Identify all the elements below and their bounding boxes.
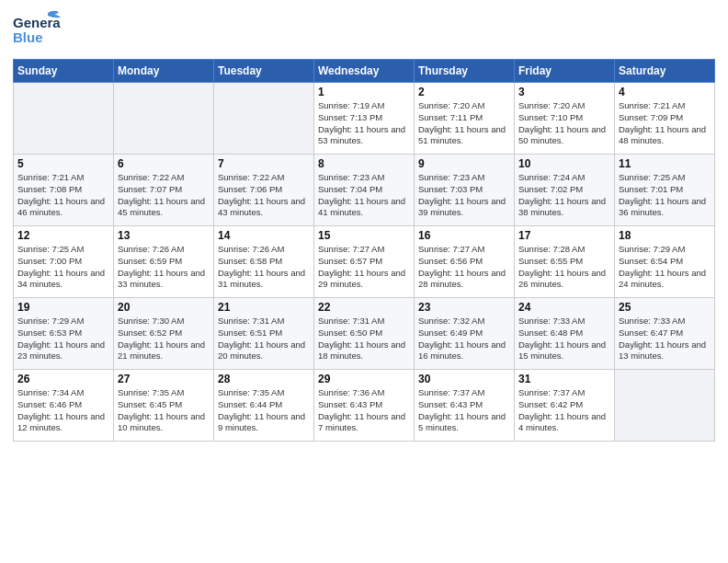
day-info: Sunrise: 7:27 AM Sunset: 6:57 PM Dayligh… xyxy=(318,244,410,291)
calendar-cell: 24Sunrise: 7:33 AM Sunset: 6:48 PM Dayli… xyxy=(515,298,615,370)
weekday-header-row: SundayMondayTuesdayWednesdayThursdayFrid… xyxy=(14,60,715,83)
calendar-cell: 26Sunrise: 7:34 AM Sunset: 6:46 PM Dayli… xyxy=(14,370,114,442)
day-number: 10 xyxy=(518,157,610,170)
day-info: Sunrise: 7:36 AM Sunset: 6:43 PM Dayligh… xyxy=(318,387,410,434)
weekday-thursday: Thursday xyxy=(415,60,515,83)
calendar-cell xyxy=(214,83,314,155)
day-info: Sunrise: 7:28 AM Sunset: 6:55 PM Dayligh… xyxy=(518,244,610,291)
calendar-cell: 8Sunrise: 7:23 AM Sunset: 7:04 PM Daylig… xyxy=(314,155,415,226)
calendar-cell: 31Sunrise: 7:37 AM Sunset: 6:42 PM Dayli… xyxy=(515,370,615,442)
calendar-cell: 28Sunrise: 7:35 AM Sunset: 6:44 PM Dayli… xyxy=(214,370,314,442)
weekday-saturday: Saturday xyxy=(615,60,715,83)
calendar-cell: 4Sunrise: 7:21 AM Sunset: 7:09 PM Daylig… xyxy=(615,83,715,155)
day-info: Sunrise: 7:26 AM Sunset: 6:58 PM Dayligh… xyxy=(218,244,310,291)
day-number: 13 xyxy=(118,229,210,242)
day-info: Sunrise: 7:23 AM Sunset: 7:04 PM Dayligh… xyxy=(318,172,410,219)
day-info: Sunrise: 7:20 AM Sunset: 7:11 PM Dayligh… xyxy=(418,100,510,147)
day-number: 6 xyxy=(118,157,210,170)
calendar-cell: 10Sunrise: 7:24 AM Sunset: 7:02 PM Dayli… xyxy=(515,155,615,226)
calendar-cell: 22Sunrise: 7:31 AM Sunset: 6:50 PM Dayli… xyxy=(314,298,415,370)
day-number: 30 xyxy=(418,373,510,385)
day-number: 31 xyxy=(518,373,610,385)
calendar-cell xyxy=(615,370,715,442)
calendar-cell: 13Sunrise: 7:26 AM Sunset: 6:59 PM Dayli… xyxy=(114,226,214,298)
weekday-sunday: Sunday xyxy=(14,60,114,83)
week-row-2: 5Sunrise: 7:21 AM Sunset: 7:08 PM Daylig… xyxy=(14,155,715,226)
day-info: Sunrise: 7:37 AM Sunset: 6:43 PM Dayligh… xyxy=(418,387,510,434)
day-number: 15 xyxy=(318,229,410,242)
day-number: 17 xyxy=(518,229,610,242)
day-info: Sunrise: 7:31 AM Sunset: 6:51 PM Dayligh… xyxy=(218,316,310,362)
day-number: 5 xyxy=(17,157,109,170)
day-info: Sunrise: 7:23 AM Sunset: 7:03 PM Dayligh… xyxy=(418,172,510,219)
logo-svg: General Blue xyxy=(13,9,61,50)
day-number: 21 xyxy=(218,301,310,314)
day-number: 14 xyxy=(218,229,310,242)
day-number: 23 xyxy=(418,301,510,314)
day-info: Sunrise: 7:25 AM Sunset: 7:00 PM Dayligh… xyxy=(17,244,109,291)
day-number: 27 xyxy=(118,373,210,385)
day-info: Sunrise: 7:33 AM Sunset: 6:48 PM Dayligh… xyxy=(518,316,610,362)
day-info: Sunrise: 7:26 AM Sunset: 6:59 PM Dayligh… xyxy=(118,244,210,291)
calendar-cell: 15Sunrise: 7:27 AM Sunset: 6:57 PM Dayli… xyxy=(314,226,415,298)
day-info: Sunrise: 7:30 AM Sunset: 6:52 PM Dayligh… xyxy=(118,316,210,362)
day-number: 28 xyxy=(218,373,310,385)
day-info: Sunrise: 7:35 AM Sunset: 6:44 PM Dayligh… xyxy=(218,387,310,434)
day-number: 3 xyxy=(518,86,610,98)
calendar-cell: 29Sunrise: 7:36 AM Sunset: 6:43 PM Dayli… xyxy=(314,370,415,442)
day-info: Sunrise: 7:20 AM Sunset: 7:10 PM Dayligh… xyxy=(518,100,610,147)
calendar-cell: 2Sunrise: 7:20 AM Sunset: 7:11 PM Daylig… xyxy=(415,83,515,155)
day-info: Sunrise: 7:22 AM Sunset: 7:07 PM Dayligh… xyxy=(118,172,210,219)
calendar-cell: 12Sunrise: 7:25 AM Sunset: 7:00 PM Dayli… xyxy=(14,226,114,298)
day-info: Sunrise: 7:25 AM Sunset: 7:01 PM Dayligh… xyxy=(619,172,711,219)
calendar-cell xyxy=(114,83,214,155)
calendar-cell: 23Sunrise: 7:32 AM Sunset: 6:49 PM Dayli… xyxy=(415,298,515,370)
week-row-1: 1Sunrise: 7:19 AM Sunset: 7:13 PM Daylig… xyxy=(14,83,715,155)
day-info: Sunrise: 7:24 AM Sunset: 7:02 PM Dayligh… xyxy=(518,172,610,219)
calendar-cell: 18Sunrise: 7:29 AM Sunset: 6:54 PM Dayli… xyxy=(615,226,715,298)
day-number: 7 xyxy=(218,157,310,170)
day-info: Sunrise: 7:34 AM Sunset: 6:46 PM Dayligh… xyxy=(17,387,109,434)
calendar-cell: 27Sunrise: 7:35 AM Sunset: 6:45 PM Dayli… xyxy=(114,370,214,442)
day-number: 18 xyxy=(619,229,711,242)
calendar-cell xyxy=(14,83,114,155)
header: General Blue xyxy=(13,9,715,53)
weekday-friday: Friday xyxy=(515,60,615,83)
calendar-cell: 1Sunrise: 7:19 AM Sunset: 7:13 PM Daylig… xyxy=(314,83,415,155)
weekday-tuesday: Tuesday xyxy=(214,60,314,83)
day-info: Sunrise: 7:37 AM Sunset: 6:42 PM Dayligh… xyxy=(518,387,610,434)
day-number: 26 xyxy=(17,373,109,385)
day-info: Sunrise: 7:27 AM Sunset: 6:56 PM Dayligh… xyxy=(418,244,510,291)
page: General Blue SundayMondayTuesdayWednesda… xyxy=(0,0,728,563)
day-number: 22 xyxy=(318,301,410,314)
calendar-cell: 25Sunrise: 7:33 AM Sunset: 6:47 PM Dayli… xyxy=(615,298,715,370)
day-info: Sunrise: 7:33 AM Sunset: 6:47 PM Dayligh… xyxy=(619,316,711,362)
day-info: Sunrise: 7:31 AM Sunset: 6:50 PM Dayligh… xyxy=(318,316,410,362)
weekday-wednesday: Wednesday xyxy=(314,60,415,83)
calendar-cell: 11Sunrise: 7:25 AM Sunset: 7:01 PM Dayli… xyxy=(615,155,715,226)
day-number: 8 xyxy=(318,157,410,170)
calendar-cell: 9Sunrise: 7:23 AM Sunset: 7:03 PM Daylig… xyxy=(415,155,515,226)
calendar-table: SundayMondayTuesdayWednesdayThursdayFrid… xyxy=(13,59,715,442)
week-row-3: 12Sunrise: 7:25 AM Sunset: 7:00 PM Dayli… xyxy=(14,226,715,298)
day-number: 16 xyxy=(418,229,510,242)
day-number: 2 xyxy=(418,86,510,98)
day-number: 20 xyxy=(118,301,210,314)
day-info: Sunrise: 7:29 AM Sunset: 6:54 PM Dayligh… xyxy=(619,244,711,291)
calendar-cell: 14Sunrise: 7:26 AM Sunset: 6:58 PM Dayli… xyxy=(214,226,314,298)
calendar-cell: 19Sunrise: 7:29 AM Sunset: 6:53 PM Dayli… xyxy=(14,298,114,370)
calendar-cell: 16Sunrise: 7:27 AM Sunset: 6:56 PM Dayli… xyxy=(415,226,515,298)
day-info: Sunrise: 7:19 AM Sunset: 7:13 PM Dayligh… xyxy=(318,100,410,147)
day-number: 29 xyxy=(318,373,410,385)
week-row-5: 26Sunrise: 7:34 AM Sunset: 6:46 PM Dayli… xyxy=(14,370,715,442)
day-number: 11 xyxy=(619,157,711,170)
calendar-cell: 7Sunrise: 7:22 AM Sunset: 7:06 PM Daylig… xyxy=(214,155,314,226)
calendar-cell: 30Sunrise: 7:37 AM Sunset: 6:43 PM Dayli… xyxy=(415,370,515,442)
day-info: Sunrise: 7:32 AM Sunset: 6:49 PM Dayligh… xyxy=(418,316,510,362)
calendar-cell: 20Sunrise: 7:30 AM Sunset: 6:52 PM Dayli… xyxy=(114,298,214,370)
day-number: 4 xyxy=(619,86,711,98)
week-row-4: 19Sunrise: 7:29 AM Sunset: 6:53 PM Dayli… xyxy=(14,298,715,370)
calendar-cell: 6Sunrise: 7:22 AM Sunset: 7:07 PM Daylig… xyxy=(114,155,214,226)
day-info: Sunrise: 7:35 AM Sunset: 6:45 PM Dayligh… xyxy=(118,387,210,434)
calendar-cell: 21Sunrise: 7:31 AM Sunset: 6:51 PM Dayli… xyxy=(214,298,314,370)
